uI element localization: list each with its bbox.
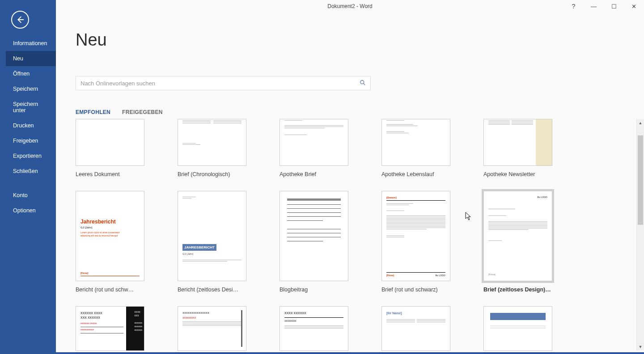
left-edge-strip [0, 0, 6, 354]
sidebar-item-konto[interactable]: Konto [6, 188, 56, 203]
sidebar-item-speichern[interactable]: Speichern [6, 81, 56, 97]
template-label: Brief (rot und schwarz) [381, 287, 450, 293]
template-tile-apotheke-lebenslauf[interactable]: Apotheke Lebenslauf [381, 119, 450, 177]
tab-empfohlen[interactable]: EMPFOHLEN [76, 109, 110, 115]
backstage-sidebar: Informationen Neu Öffnen Speichern Speic… [6, 0, 56, 354]
template-label: Brief (Chronologisch) [178, 171, 246, 177]
template-label: Apotheke Lebenslauf [381, 171, 450, 177]
template-label: Bericht (zeitloses Desi… [178, 287, 246, 293]
template-label: Blogbeitrag [280, 287, 348, 293]
sidebar-item-oeffnen[interactable]: Öffnen [6, 66, 56, 81]
template-tabs: EMPFOHLEN FREIGEGEBEN [76, 109, 163, 115]
help-button[interactable]: ? [564, 0, 584, 13]
main-panel: Neu EMPFOHLEN FREIGEGEBEN Leeres Dokumen… [56, 13, 644, 352]
scroll-thumb[interactable] [638, 135, 643, 225]
sidebar-item-informationen[interactable]: Informationen [6, 36, 56, 51]
sidebar-item-speichern-unter[interactable]: Speichern unter [6, 97, 56, 118]
template-tile-apotheke-newsletter[interactable]: Apotheke Newsletter [483, 119, 552, 177]
sidebar-nav: Informationen Neu Öffnen Speichern Speic… [6, 36, 56, 218]
template-tile-row3-3[interactable]: XXXX XXXXXX XXXXXXXX [280, 306, 348, 351]
template-tile-brief-zeitlos[interactable]: Ihr LOGO [Firma] Brief (zeitloses Design… [483, 191, 552, 293]
page-title: Neu [76, 30, 107, 50]
back-button[interactable] [11, 11, 29, 29]
template-tile-apotheke-brief[interactable]: Apotheke Brief [280, 119, 348, 177]
template-label: Brief (zeitloses Design)📌 [483, 287, 552, 293]
window-title: Dokument2 - Word [327, 3, 372, 9]
template-tile-bericht-rot-schwarz[interactable]: Jahresbericht GJ [Jahr] Lorem ipsum dolo… [76, 191, 144, 293]
search-icon[interactable] [355, 80, 370, 87]
template-label: Bericht (rot und schw… [76, 287, 144, 293]
search-input[interactable] [76, 80, 355, 87]
sidebar-item-neu[interactable]: Neu [6, 51, 56, 66]
template-tile-row3-2[interactable]: XXXXXXXXXXXXXXX XXXXXXXXX [178, 306, 246, 351]
sidebar-item-drucken[interactable]: Drucken [6, 118, 56, 133]
template-label: Leeres Dokument [76, 171, 144, 177]
template-tile-row3-5[interactable] [483, 306, 552, 351]
minimize-button[interactable]: — [584, 0, 604, 13]
template-tile-row3-4[interactable]: [Ihr Name] [381, 306, 450, 351]
template-row: Jahresbericht GJ [Jahr] Lorem ipsum dolo… [76, 191, 633, 293]
template-tile-brief-rot-schwarz[interactable]: [Datum] [Firma] Ihr LOGO Brief (rot und … [381, 191, 450, 293]
template-gallery: Leeres Dokument Brief (Chronologisch) Ap… [76, 119, 633, 352]
template-tile-blogbeitrag[interactable]: Blogbeitrag [280, 191, 348, 293]
scroll-down-button[interactable]: ▼ [637, 343, 644, 350]
template-tile-leeres-dokument[interactable]: Leeres Dokument [76, 119, 144, 177]
template-row: XXXXXX XXXX XXX XXXXXX xxxxxxxx xxxxxx x… [76, 306, 633, 351]
gallery-scrollbar[interactable]: ▲ ▼ [636, 119, 644, 350]
template-tile-row3-1[interactable]: XXXXXX XXXX XXX XXXXXX xxxxxxxx xxxxxx x… [76, 306, 144, 351]
status-strip [0, 352, 644, 354]
template-tile-brief-chronologisch[interactable]: Brief (Chronologisch) [178, 119, 246, 177]
close-button[interactable]: ✕ [624, 0, 644, 13]
sidebar-item-optionen[interactable]: Optionen [6, 203, 56, 218]
maximize-button[interactable]: ☐ [604, 0, 624, 13]
tab-freigegeben[interactable]: FREIGEGEBEN [122, 109, 163, 115]
template-label: Apotheke Brief [280, 171, 348, 177]
template-search[interactable] [76, 76, 371, 90]
sidebar-item-exportieren[interactable]: Exportieren [6, 148, 56, 164]
back-arrow-icon [15, 15, 25, 25]
template-label: Apotheke Newsletter [483, 171, 552, 177]
scroll-up-button[interactable]: ▲ [637, 119, 644, 126]
sidebar-item-freigeben[interactable]: Freigeben [6, 133, 56, 148]
scroll-track[interactable] [637, 126, 644, 343]
template-row: Leeres Dokument Brief (Chronologisch) Ap… [76, 119, 633, 177]
sidebar-item-schliessen[interactable]: Schließen [6, 164, 56, 179]
svg-point-1 [360, 80, 364, 84]
svg-line-2 [364, 83, 365, 85]
titlebar: Dokument2 - Word ? — ☐ ✕ [56, 0, 644, 13]
template-tile-bericht-zeitlos[interactable]: JAHRESBERICHT GJ [Jahr] Bericht (zeitlos… [178, 191, 246, 293]
